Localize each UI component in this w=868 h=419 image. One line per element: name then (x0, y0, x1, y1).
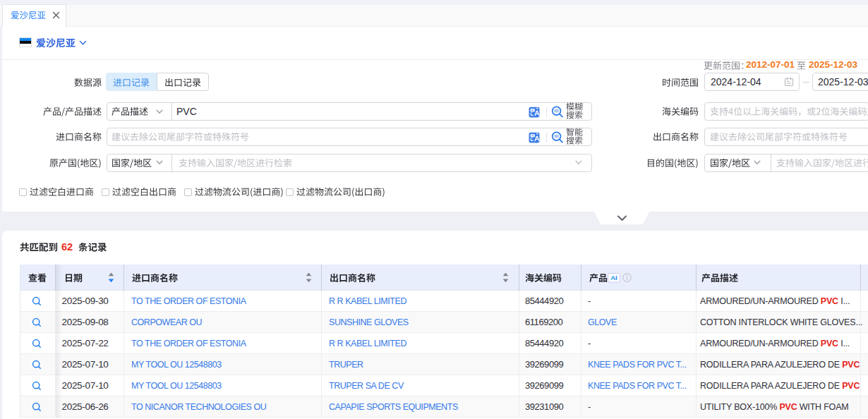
svg-text:AI: AI (610, 274, 617, 281)
